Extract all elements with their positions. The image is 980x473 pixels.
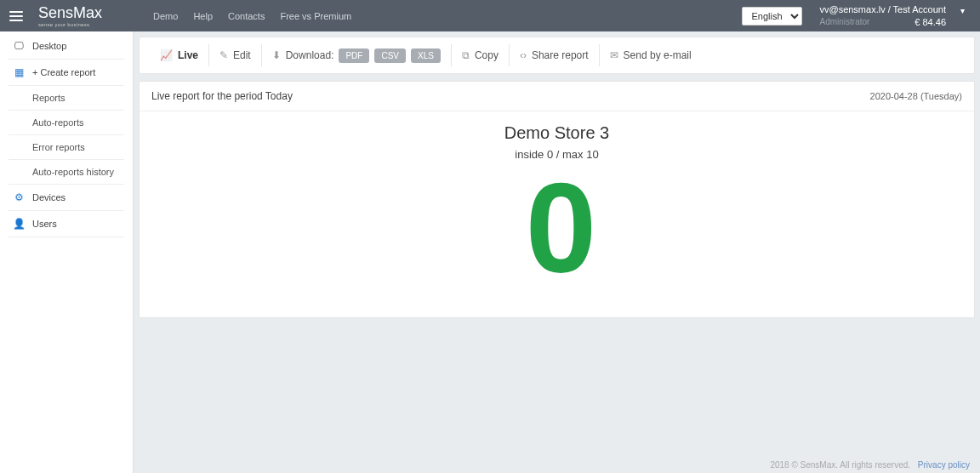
nav-contacts[interactable]: Contacts — [228, 11, 265, 21]
sidebar-item-users[interactable]: 👤 Users — [0, 213, 133, 235]
toolbar-copy[interactable]: ⧉ Copy — [452, 37, 509, 73]
report-title: Live report for the period Today — [151, 90, 293, 102]
language-select[interactable]: English — [742, 7, 802, 26]
sidebar-label: Devices — [32, 192, 66, 202]
sidebar-item-create-report[interactable]: ▦ + Create report — [0, 61, 133, 83]
toolbar-label: Copy — [475, 49, 499, 61]
chart-icon: 📈 — [160, 49, 173, 61]
user-role: Administrator — [819, 16, 869, 27]
live-count: 0 — [157, 164, 957, 292]
share-icon: ‹› — [520, 49, 527, 61]
mail-icon: ✉ — [610, 49, 618, 61]
nav-demo[interactable]: Demo — [153, 11, 178, 21]
report-date: 2020-04-28 (Tuesday) — [870, 91, 962, 101]
sidebar-label: Desktop — [32, 41, 66, 51]
download-icon: ⬇ — [272, 49, 281, 61]
user-email-account: vv@sensmax.lv / Test Account — [819, 3, 946, 15]
toolbar-label: Edit — [233, 49, 251, 61]
download-xls-button[interactable]: XLS — [411, 48, 441, 63]
sidebar-label: Reports — [32, 93, 66, 103]
sidebar-label: Users — [32, 219, 57, 229]
logo-subtext: sense your business — [38, 22, 102, 27]
logo-text: SensMax — [38, 5, 102, 20]
toolbar-send-email[interactable]: ✉ Send by e-mail — [600, 37, 702, 73]
sidebar-item-auto-reports[interactable]: Auto-reports — [0, 112, 133, 133]
toolbar-label: Live — [178, 49, 198, 61]
store-name: Demo Store 3 — [157, 123, 957, 143]
toolbar-share[interactable]: ‹› Share report — [510, 37, 599, 73]
download-csv-button[interactable]: CSV — [374, 48, 406, 63]
toolbar-edit[interactable]: ✎ Edit — [209, 37, 261, 73]
nav-help[interactable]: Help — [193, 11, 213, 21]
sidebar-label: Auto-reports — [32, 117, 84, 128]
pencil-icon: ✎ — [219, 49, 228, 61]
download-pdf-button[interactable]: PDF — [339, 48, 369, 63]
sidebar-item-reports[interactable]: Reports — [0, 88, 133, 108]
hamburger-menu[interactable] — [0, 0, 31, 31]
user-icon: 👤 — [12, 218, 26, 230]
download-label: Download: — [286, 49, 334, 61]
copy-icon: ⧉ — [462, 49, 470, 61]
caret-down-icon: ▾ — [960, 5, 965, 16]
footer-privacy-link[interactable]: Privacy policy — [918, 460, 970, 470]
sidebar-item-devices[interactable]: ⚙ Devices — [0, 186, 133, 208]
sidebar-label: Auto-reports history — [32, 167, 114, 177]
toolbar-label: Share report — [532, 49, 589, 61]
sidebar-item-auto-reports-history[interactable]: Auto-reports history — [0, 162, 133, 182]
user-menu[interactable]: vv@sensmax.lv / Test Account Administrat… — [819, 3, 965, 28]
sidebar-label: + Create report — [32, 67, 95, 77]
gear-icon: ⚙ — [12, 191, 26, 203]
footer-copyright: 2018 © SensMax. All rights reserved. — [770, 460, 910, 470]
report-icon: ▦ — [12, 66, 26, 78]
logo[interactable]: SensMax sense your business — [38, 5, 102, 27]
toolbar-live[interactable]: 📈 Live — [150, 37, 208, 73]
nav-free-vs-premium[interactable]: Free vs Premium — [280, 11, 351, 21]
sidebar-item-error-reports[interactable]: Error reports — [0, 137, 133, 157]
user-balance: € 84.46 — [914, 16, 946, 28]
toolbar-label: Send by e-mail — [624, 49, 692, 61]
sidebar-item-desktop[interactable]: 🖵 Desktop — [0, 35, 133, 57]
sidebar-label: Error reports — [32, 142, 85, 152]
desktop-icon: 🖵 — [12, 40, 26, 52]
